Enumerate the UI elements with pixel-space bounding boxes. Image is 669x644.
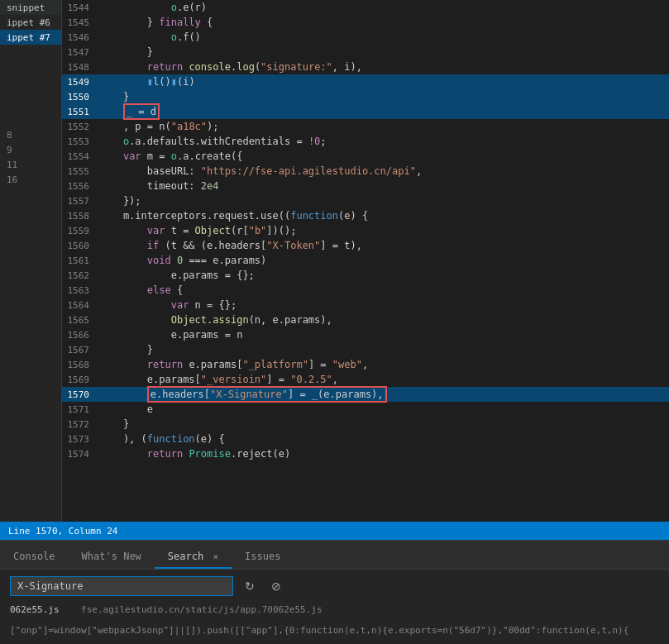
line-content: } [99,344,669,355]
line-number: 1566 [62,330,99,341]
table-row: 1555 baseURL: "https://fse-api.agilestud… [62,164,669,179]
table-row: 1548 return console.log("signature:", i)… [62,60,669,74]
line-number: 1555 [62,166,99,177]
line-number: 1572 [62,419,99,430]
panel-tabs: Console What's New Search × Issues [0,541,669,570]
search-panel: ↻ ⊘ 062e55.js fse.agilestudio.cn/static/… [0,570,669,644]
table-row: 1569 e.params["_versioin"] = "0.2.5", [62,372,669,387]
line-number: 1560 [62,241,99,251]
search-input-row: ↻ ⊘ [10,576,659,596]
table-row: 1571 e [62,402,669,417]
line-content: e.params["_versioin"] = "0.2.5", [99,374,669,385]
line-content: } [99,46,669,58]
line-content: o.a.defaults.withCredentials = !0; [99,136,669,147]
table-row: 1557 }); [62,193,669,208]
line-content: timeout: 2e4 [99,180,669,192]
line-number: 1547 [62,47,99,58]
table-row: 1568 return e.params["_platform"] = "web… [62,357,669,372]
line-number: 1573 [62,434,99,445]
line-number: 1570 [62,389,99,400]
table-row: 1567 } [62,342,669,357]
line-number: 1553 [62,136,99,147]
line-content: o.f() [99,31,669,43]
editor-area: snippet ippet #6 ippet #7 8 9 11 16 1544… [0,0,669,522]
tab-close-icon[interactable]: × [213,551,218,562]
line-content: }); [99,195,669,207]
sidebar-item-9[interactable]: 9 [0,142,61,157]
line-content: return e.params["_platform"] = "web", [99,359,669,370]
line-number: 1549 [62,77,99,88]
bottom-panel: Console What's New Search × Issues ↻ ⊘ 0… [0,540,669,644]
line-content: Object.assign(n, e.params), [99,314,669,326]
line-content: var m = o.a.create({ [99,150,669,162]
code-editor: 1544 o.e(r) 1545 } finally { 1546 o.f() … [62,0,669,522]
result-content: ["onp"]=window["webpackJsonp"]||[]).push… [10,623,655,637]
code-lines: 1544 o.e(r) 1545 } finally { 1546 o.f() … [62,0,669,522]
sidebar-item-16[interactable]: 16 [0,172,61,187]
line-number: 1551 [62,107,99,117]
search-input[interactable] [10,576,233,596]
table-row: 1562 e.params = {}; [62,268,669,283]
table-row: 1573 ), (function(e) { [62,432,669,446]
sidebar-item-8[interactable]: 8 [0,127,61,142]
line-content: else { [99,284,669,296]
line-content: ▮l()▮(i) [99,76,669,88]
line-number: 1571 [62,404,99,415]
line-content: return Promise.reject(e) [99,448,669,460]
line-number: 1563 [62,285,99,296]
line-number: 1552 [62,122,99,132]
line-content: m.interceptors.request.use((function(e) … [99,210,669,222]
line-content: e.params = {}; [99,270,669,281]
line-number: 1567 [62,345,99,355]
sidebar: snippet ippet #6 ippet #7 8 9 11 16 [0,0,62,522]
table-row: 1563 else { [62,283,669,298]
line-number: 1569 [62,374,99,385]
table-row: 1545 } finally { [62,15,669,30]
line-number: 1548 [62,62,99,73]
line-number: 1546 [62,32,99,43]
table-row: 1551 _ = d [62,104,669,119]
line-number: 1561 [62,255,99,266]
line-number: 1574 [62,449,99,460]
table-row: 1572 } [62,417,669,432]
table-row: 1560 if (t && (e.headers["X-Token"] = t)… [62,238,669,253]
refresh-button[interactable]: ↻ [240,578,260,594]
sidebar-item-11[interactable]: 11 [0,157,61,172]
sidebar-item-6[interactable]: ippet #6 [0,15,61,30]
line-content: var t = Object(r["b"])(); [99,225,669,236]
line-number: 1544 [62,2,99,13]
tab-whats-new[interactable]: What's New [69,546,155,569]
line-number: 1558 [62,211,99,222]
table-row: 1574 return Promise.reject(e) [62,446,669,461]
line-number: 1554 [62,151,99,162]
table-row: 1544 o.e(r) [62,0,669,15]
table-row: 1565 Object.assign(n, e.params), [62,312,669,327]
line-content: , p = n("a18c"); [99,121,669,132]
line-content: _ = d [99,106,669,117]
table-row: 1559 var t = Object(r["b"])(); [62,223,669,238]
line-content: } [99,91,669,103]
table-row: 1556 timeout: 2e4 [62,179,669,193]
line-content: return console.log("signature:", i), [99,61,669,73]
table-row: 1553 o.a.defaults.withCredentials = !0; [62,134,669,149]
line-content: e.headers["X-Signature"] = _(e.params), [99,389,669,400]
line-number: 1557 [62,196,99,207]
status-bar: Line 1570, Column 24 [0,522,669,540]
result-path: 062e55.js fse.agilestudio.cn/static/js/a… [10,603,659,617]
line-content: var n = {}; [99,299,669,311]
sidebar-item-snippet[interactable]: snippet [0,0,61,15]
tab-search[interactable]: Search × [155,546,232,569]
tab-issues[interactable]: Issues [232,546,294,569]
line-number: 1545 [62,17,99,28]
table-row: 1552 , p = n("a18c"); [62,119,669,134]
line-number: 1550 [62,92,99,103]
clear-button[interactable]: ⊘ [266,578,286,594]
line-content: e [99,403,669,415]
line-number: 1562 [62,270,99,281]
sidebar-item-7[interactable]: ippet #7 [0,30,61,45]
result-path-short: 062e55.js [10,604,60,615]
line-content: ), (function(e) { [99,433,669,445]
cursor-position: Line 1570, Column 24 [8,526,117,537]
tab-console[interactable]: Console [0,546,69,569]
line-content: e.params = n [99,329,669,341]
